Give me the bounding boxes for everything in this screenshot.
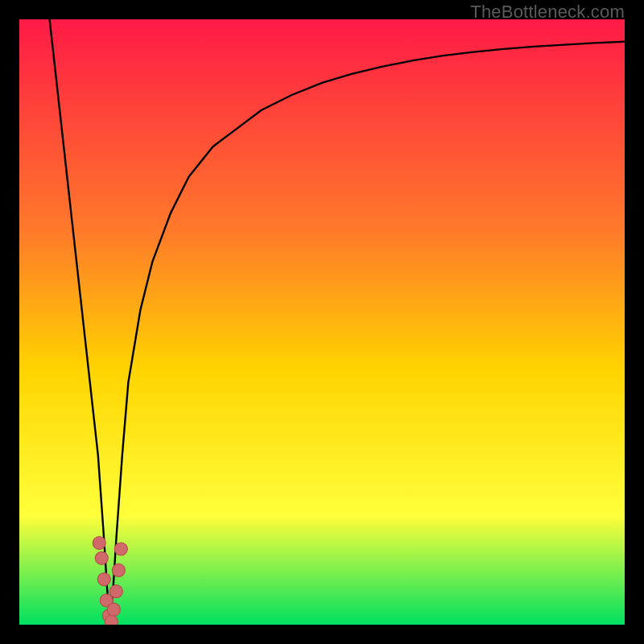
plot-area <box>19 19 625 625</box>
data-marker <box>95 551 108 564</box>
gradient-background <box>19 19 625 625</box>
chart-frame: TheBottleneck.com <box>0 0 644 644</box>
data-marker <box>114 543 127 555</box>
data-marker <box>97 573 110 586</box>
data-marker <box>93 536 105 549</box>
data-marker <box>107 603 120 616</box>
chart-svg <box>19 19 625 625</box>
data-marker <box>105 615 118 625</box>
data-marker <box>112 564 125 576</box>
data-marker <box>109 585 122 598</box>
